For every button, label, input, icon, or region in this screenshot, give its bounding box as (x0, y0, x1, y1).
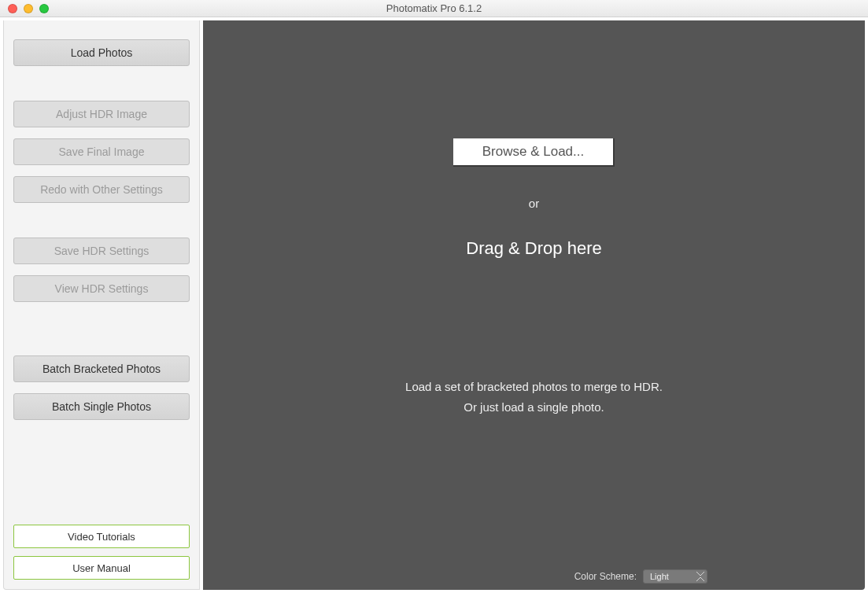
main-pane: Browse & Load... or Drag & Drop here Loa… (203, 20, 865, 590)
browse-and-load-button[interactable]: Browse & Load... (453, 138, 615, 167)
sidebar: Load Photos Adjust HDR Image Save Final … (3, 20, 200, 590)
footer: Color Scheme: Light (203, 569, 849, 584)
view-hdr-settings-button: View HDR Settings (13, 275, 190, 302)
save-final-image-button: Save Final Image (13, 138, 190, 165)
zoom-window-button[interactable] (39, 4, 49, 13)
load-hint: Load a set of bracketed photos to merge … (203, 377, 865, 417)
adjust-hdr-image-button: Adjust HDR Image (13, 101, 190, 127)
or-divider-label: or (203, 197, 865, 210)
color-scheme-select-wrap: Light (643, 569, 707, 584)
save-hdr-settings-button: Save HDR Settings (13, 238, 190, 264)
video-tutorials-button[interactable]: Video Tutorials (13, 525, 190, 548)
user-manual-button[interactable]: User Manual (13, 556, 190, 580)
batch-single-photos-button[interactable]: Batch Single Photos (13, 393, 190, 420)
close-window-button[interactable] (8, 4, 17, 13)
batch-bracketed-photos-button[interactable]: Batch Bracketed Photos (13, 355, 190, 382)
load-hint-line1: Load a set of bracketed photos to merge … (203, 377, 865, 397)
drag-and-drop-label: Drag & Drop here (203, 238, 865, 259)
color-scheme-label: Color Scheme: (574, 571, 637, 582)
load-hint-line2: Or just load a single photo. (203, 397, 865, 418)
color-scheme-select[interactable]: Light (643, 569, 707, 584)
load-photos-button[interactable]: Load Photos (13, 39, 190, 66)
minimize-window-button[interactable] (24, 4, 33, 13)
window-controls (0, 4, 49, 13)
window-title: Photomatix Pro 6.1.2 (0, 2, 868, 14)
titlebar: Photomatix Pro 6.1.2 (0, 0, 868, 17)
redo-with-other-settings-button: Redo with Other Settings (13, 176, 190, 203)
